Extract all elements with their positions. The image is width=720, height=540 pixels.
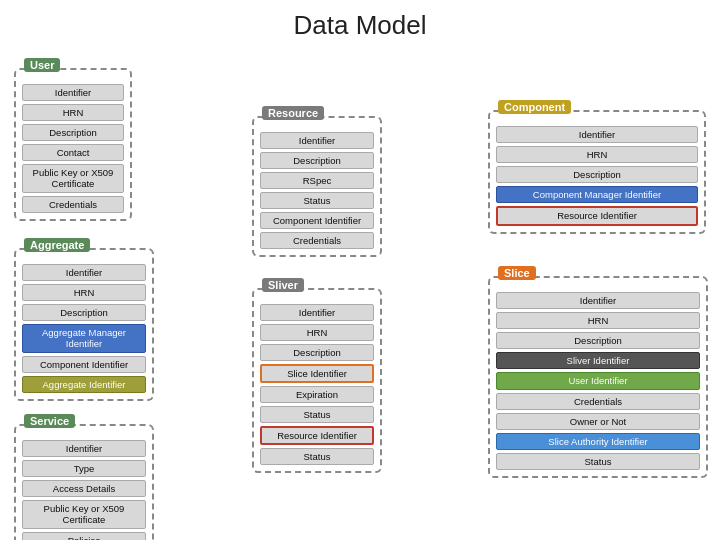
slice-field-hrn: HRN xyxy=(496,312,700,329)
svc-field-access: Access Details xyxy=(22,480,146,497)
user-field-description: Description xyxy=(22,124,124,141)
slice-entity: Slice Identifier HRN Description Sliver … xyxy=(488,276,708,478)
service-entity: Service Identifier Type Access Details P… xyxy=(14,424,154,540)
user-fields: Identifier HRN Description Contact Publi… xyxy=(22,84,124,213)
comp-field-description: Description xyxy=(496,166,698,183)
user-field-hrn: HRN xyxy=(22,104,124,121)
slice-field-status: Status xyxy=(496,453,700,470)
component-label: Component xyxy=(498,100,571,114)
svc-field-pubkey: Public Key or X509 Certificate xyxy=(22,500,146,529)
slice-field-authority-id: Slice Authority Identifier xyxy=(496,433,700,450)
slice-label: Slice xyxy=(498,266,536,280)
res-field-status: Status xyxy=(260,192,374,209)
sliver-field-status: Status xyxy=(260,406,374,423)
component-entity: Component Identifier HRN Description Com… xyxy=(488,110,706,234)
user-label: User xyxy=(24,58,60,72)
res-field-rspec: RSpec xyxy=(260,172,374,189)
res-field-description: Description xyxy=(260,152,374,169)
user-field-identifier: Identifier xyxy=(22,84,124,101)
component-fields: Identifier HRN Description Component Man… xyxy=(496,126,698,226)
slice-field-owner: Owner or Not xyxy=(496,413,700,430)
slice-field-sliver-id: Sliver Identifier xyxy=(496,352,700,369)
aggregate-fields: Identifier HRN Description Aggregate Man… xyxy=(22,264,146,393)
sliver-field-status2: Status xyxy=(260,448,374,465)
svc-field-policies: Policies xyxy=(22,532,146,540)
res-field-component: Component Identifier xyxy=(260,212,374,229)
agg-field-aggregate-id: Aggregate Identifier xyxy=(22,376,146,393)
sliver-field-resource-id: Resource Identifier xyxy=(260,426,374,445)
agg-field-manager: Aggregate Manager Identifier xyxy=(22,324,146,353)
comp-field-resource-id: Resource Identifier xyxy=(496,206,698,225)
slice-field-user-id: User Identifier xyxy=(496,372,700,389)
slice-fields: Identifier HRN Description Sliver Identi… xyxy=(496,292,700,470)
agg-field-identifier: Identifier xyxy=(22,264,146,281)
sliver-field-slice-id: Slice Identifier xyxy=(260,364,374,383)
agg-field-description: Description xyxy=(22,304,146,321)
agg-field-component: Component Identifier xyxy=(22,356,146,373)
res-field-identifier: Identifier xyxy=(260,132,374,149)
resource-entity: Resource Identifier Description RSpec St… xyxy=(252,116,382,257)
slice-field-identifier: Identifier xyxy=(496,292,700,309)
sliver-entity: Sliver Identifier HRN Description Slice … xyxy=(252,288,382,473)
user-field-contact: Contact xyxy=(22,144,124,161)
service-label: Service xyxy=(24,414,75,428)
sliver-label: Sliver xyxy=(262,278,304,292)
user-field-credentials: Credentials xyxy=(22,196,124,213)
slice-field-credentials: Credentials xyxy=(496,393,700,410)
user-entity: User Identifier HRN Description Contact … xyxy=(14,68,132,221)
sliver-fields: Identifier HRN Description Slice Identif… xyxy=(260,304,374,465)
svc-field-identifier: Identifier xyxy=(22,440,146,457)
aggregate-entity: Aggregate Identifier HRN Description Agg… xyxy=(14,248,154,401)
agg-field-hrn: HRN xyxy=(22,284,146,301)
comp-field-hrn: HRN xyxy=(496,146,698,163)
comp-field-identifier: Identifier xyxy=(496,126,698,143)
slice-field-description: Description xyxy=(496,332,700,349)
sliver-field-hrn: HRN xyxy=(260,324,374,341)
aggregate-label: Aggregate xyxy=(24,238,90,252)
svc-field-type: Type xyxy=(22,460,146,477)
sliver-field-expiration: Expiration xyxy=(260,386,374,403)
resource-fields: Identifier Description RSpec Status Comp… xyxy=(260,132,374,249)
service-fields: Identifier Type Access Details Public Ke… xyxy=(22,440,146,540)
page-title: Data Model xyxy=(0,0,720,47)
comp-field-manager: Component Manager Identifier xyxy=(496,186,698,203)
user-field-pubkey: Public Key or X509 Certificate xyxy=(22,164,124,193)
resource-label: Resource xyxy=(262,106,324,120)
sliver-field-description: Description xyxy=(260,344,374,361)
res-field-credentials: Credentials xyxy=(260,232,374,249)
sliver-field-identifier: Identifier xyxy=(260,304,374,321)
